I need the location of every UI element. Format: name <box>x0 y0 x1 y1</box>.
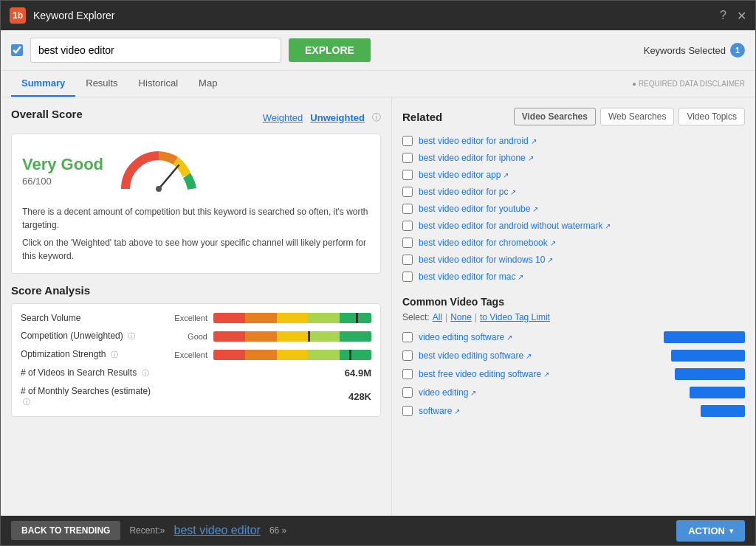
tag-checkbox-1[interactable] <box>402 350 413 361</box>
list-item: best video editor for mac↗ <box>402 269 745 286</box>
analysis-row-optimization: Optimization Strength ⓘ Excellent <box>21 349 371 360</box>
label-monthly: # of Monthly Searches (estimate) ⓘ <box>21 386 154 407</box>
select-none-link[interactable]: None <box>450 312 472 322</box>
kw-link-8[interactable]: best video editor for mac↗ <box>419 272 523 282</box>
tag-bar-2 <box>675 368 745 380</box>
close-button[interactable]: ✕ <box>737 9 746 23</box>
tag-bar-3 <box>690 387 745 398</box>
videos-info-icon[interactable]: ⓘ <box>142 369 149 377</box>
tab-results[interactable]: Results <box>75 71 128 97</box>
tag-checkbox-2[interactable] <box>402 369 413 379</box>
select-to-limit-link[interactable]: to Video Tag Limit <box>480 312 550 322</box>
bar-competition <box>213 331 371 342</box>
kw-link-2[interactable]: best video editor app↗ <box>419 170 509 180</box>
tab-web-searches[interactable]: Web Searches <box>600 108 675 125</box>
kw-checkbox-5[interactable] <box>402 221 413 231</box>
tag-checkbox-4[interactable] <box>402 406 413 416</box>
monthly-info-icon[interactable]: ⓘ <box>23 398 30 406</box>
tag-link-0[interactable]: video editing software↗ <box>419 332 512 342</box>
related-tabs: Video Searches Web Searches Video Topics <box>514 108 745 125</box>
score-box: Very Good 66/100 <box>11 134 381 274</box>
recent-keyword-link[interactable]: best video editor <box>173 524 260 537</box>
kw-link-5[interactable]: best video editor for android without wa… <box>419 221 611 231</box>
help-button[interactable]: ? <box>720 9 726 22</box>
kw-checkbox-8[interactable] <box>402 272 413 282</box>
recent-label: Recent:» <box>129 525 165 536</box>
search-input[interactable] <box>30 38 281 63</box>
tabs-bar: Summary Results Historical Map ● REQUIRE… <box>1 71 755 97</box>
score-label: Very Good <box>22 155 103 174</box>
kw-checkbox-4[interactable] <box>402 204 413 214</box>
optimization-info-icon[interactable]: ⓘ <box>111 350 118 359</box>
tag-link-2[interactable]: best free video editing software↗ <box>419 369 549 379</box>
kw-link-6[interactable]: best video editor for chromebook↗ <box>419 238 556 248</box>
tag-checkbox-0[interactable] <box>402 332 413 342</box>
keyword-list: best video editor for android↗ best vide… <box>402 133 745 286</box>
left-panel: Overall Score Weighted Unweighted ⓘ Very… <box>1 97 392 516</box>
select-all-link[interactable]: All <box>433 312 442 322</box>
tag-link-4[interactable]: software↗ <box>419 406 460 416</box>
analysis-row-videos: # of Videos in Search Results ⓘ 64.9M <box>21 367 371 379</box>
kw-checkbox-3[interactable] <box>402 187 413 197</box>
keywords-badge: 1 <box>730 43 745 58</box>
kw-link-7[interactable]: best video editor for windows 10↗ <box>419 255 553 265</box>
overall-score-title: Overall Score <box>11 108 83 120</box>
svg-line-0 <box>159 165 179 189</box>
tag-checkbox-3[interactable] <box>402 387 413 398</box>
list-item: best video editor for pc↗ <box>402 184 745 201</box>
tab-map[interactable]: Map <box>188 71 227 97</box>
score-analysis-title: Score Analysis <box>11 284 90 297</box>
kw-ext-icon-8: ↗ <box>518 273 523 281</box>
score-desc2: Click on the 'Weighted' tab above to see… <box>22 236 370 263</box>
back-to-trending-button[interactable]: BACK TO TRENDING <box>11 521 120 540</box>
analysis-row-monthly: # of Monthly Searches (estimate) ⓘ 428K <box>21 386 371 407</box>
list-item: best video editing software↗ <box>402 347 745 365</box>
label-videos: # of Videos in Search Results ⓘ <box>21 367 154 379</box>
recent-count: 66 » <box>269 525 286 536</box>
tab-historical[interactable]: Historical <box>128 71 188 97</box>
kw-ext-icon-7: ↗ <box>547 256 553 264</box>
tab-summary[interactable]: Summary <box>11 71 75 97</box>
search-bar: EXPLORE Keywords Selected 1 <box>1 30 755 71</box>
bottom-bar: BACK TO TRENDING Recent:» best video edi… <box>1 516 755 545</box>
related-title: Related <box>402 111 442 123</box>
kw-link-1[interactable]: best video editor for iphone↗ <box>419 153 534 163</box>
label-optimization: Optimization Strength ⓘ <box>21 349 154 360</box>
disclaimer: ● REQUIRED DATA DISCLAIMER <box>632 80 745 88</box>
explore-button[interactable]: EXPLORE <box>289 38 371 62</box>
weighted-tab[interactable]: Weighted <box>263 112 303 123</box>
related-header: Related Video Searches Web Searches Vide… <box>402 108 745 125</box>
kw-checkbox-1[interactable] <box>402 153 413 163</box>
kw-link-0[interactable]: best video editor for android↗ <box>419 136 537 146</box>
label-search-volume: Search Volume <box>21 313 154 323</box>
tag-link-1[interactable]: best video editing software↗ <box>419 350 532 361</box>
keywords-selected-container: Keywords Selected 1 <box>644 43 745 58</box>
kw-ext-icon-0: ↗ <box>531 137 537 145</box>
tags-title: Common Video Tags <box>402 296 745 308</box>
kw-link-4[interactable]: best video editor for youtube↗ <box>419 204 538 214</box>
action-button[interactable]: ACTION ▾ <box>676 520 745 542</box>
action-label: ACTION <box>688 525 725 536</box>
tag-bar-4 <box>701 405 745 417</box>
kw-checkbox-2[interactable] <box>402 170 413 180</box>
kw-ext-icon-1: ↗ <box>528 154 534 162</box>
analysis-row-competition: Competition (Unweighted) ⓘ Good <box>21 331 371 342</box>
unweighted-tab[interactable]: Unweighted <box>310 112 365 123</box>
main-window: 1b Keyword Explorer ? ✕ EXPLORE Keywords… <box>0 0 756 546</box>
list-item: video editing software↗ <box>402 328 745 347</box>
tab-video-topics[interactable]: Video Topics <box>678 108 745 125</box>
tags-select-row: Select: All | None | to Video Tag Limit <box>402 312 745 322</box>
title-bar-controls: ? ✕ <box>720 9 746 23</box>
tab-video-searches[interactable]: Video Searches <box>514 108 596 125</box>
kw-checkbox-0[interactable] <box>402 136 413 146</box>
action-arrow-icon: ▾ <box>729 527 733 535</box>
kw-link-3[interactable]: best video editor for pc↗ <box>419 187 516 197</box>
tag-link-3[interactable]: video editing↗ <box>419 387 476 398</box>
kw-checkbox-6[interactable] <box>402 238 413 248</box>
competition-info-icon[interactable]: ⓘ <box>128 332 135 340</box>
search-checkbox[interactable] <box>11 44 23 56</box>
kw-checkbox-7[interactable] <box>402 255 413 265</box>
kw-ext-icon-5: ↗ <box>605 222 611 230</box>
tag-bar-1 <box>671 350 745 362</box>
score-info-icon[interactable]: ⓘ <box>372 111 381 124</box>
